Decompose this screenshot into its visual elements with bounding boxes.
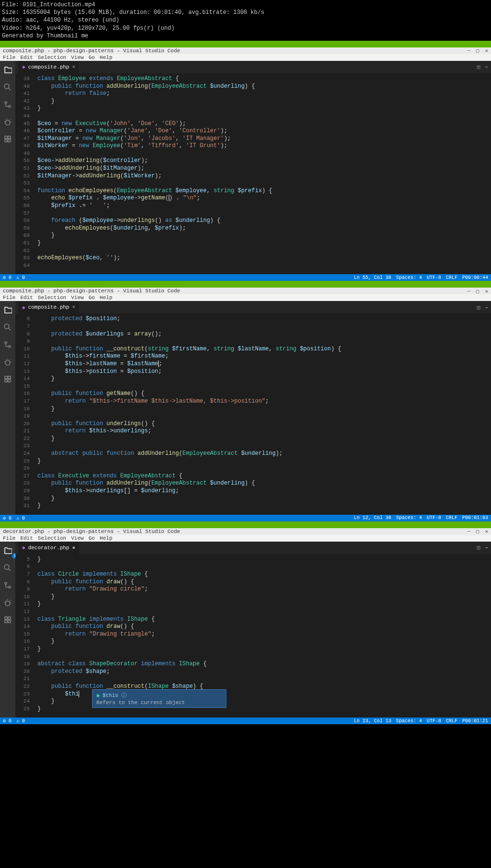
tab-dirty-icon[interactable]: ● — [72, 545, 75, 551]
menu-help[interactable]: Help — [100, 535, 112, 541]
code-content[interactable] — [37, 247, 41, 255]
code-line[interactable]: 61} — [15, 240, 491, 247]
code-content[interactable] — [37, 210, 41, 218]
close-button[interactable]: ✕ — [485, 288, 488, 294]
status-item[interactable]: CRLF — [446, 718, 457, 724]
code-line[interactable]: 21 — [15, 675, 491, 683]
code-line[interactable]: 6 — [15, 563, 491, 571]
code-content[interactable]: return $this->underlings; — [37, 428, 152, 435]
code-content[interactable]: abstract class ShapeDecorator implements… — [37, 660, 207, 668]
split-editor-icon[interactable]: ◫ — [477, 304, 480, 311]
code-line[interactable]: 63echoEmployees($ceo, ''); — [15, 255, 491, 262]
code-content[interactable]: } — [37, 706, 41, 713]
code-content[interactable]: public function addUnderling(EmployeeAbs… — [37, 480, 255, 487]
code-content[interactable]: $itManager->addUnderling($itWorker); — [37, 173, 162, 180]
code-line[interactable]: 62 — [15, 247, 491, 255]
code-content[interactable]: protected $shape; — [37, 668, 110, 676]
code-content[interactable]: } — [37, 502, 41, 510]
minimize-button[interactable]: — — [467, 47, 470, 54]
code-line[interactable]: 22 } — [15, 435, 491, 443]
code-content[interactable]: $thi — [37, 691, 79, 698]
code-content[interactable]: } — [37, 495, 55, 503]
code-line[interactable]: 27class Executive extends EmployeeAbstra… — [15, 473, 491, 480]
code-line[interactable]: 52$itManager->addUnderling($itWorker); — [15, 173, 491, 180]
code-line[interactable]: 43} — [15, 105, 491, 113]
debug-icon[interactable] — [3, 358, 12, 368]
code-content[interactable] — [37, 262, 41, 270]
code-line[interactable]: 11 $this->firstName = $firstName; — [15, 353, 491, 360]
status-item[interactable]: P00:01:03 — [462, 515, 488, 521]
status-item[interactable]: P00:00:44 — [462, 275, 488, 280]
code-content[interactable] — [37, 113, 41, 120]
menu-go[interactable]: Go — [89, 55, 95, 60]
code-content[interactable]: } — [37, 638, 55, 646]
code-content[interactable]: } — [37, 593, 55, 601]
status-item[interactable]: ⚠ 0 — [16, 718, 25, 724]
code-line[interactable]: 24 } — [15, 698, 491, 706]
window-titlebar[interactable]: decorator.php - php-design-patterns - Vi… — [0, 528, 491, 535]
more-icon[interactable]: ⋯ — [485, 304, 488, 311]
code-line[interactable]: 46$controller = new Manager('Jane', 'Doe… — [15, 127, 491, 135]
editor-tab[interactable]: ◆composite.php× — [18, 301, 79, 313]
menu-go[interactable]: Go — [89, 295, 95, 301]
close-button[interactable]: ✕ — [485, 47, 488, 54]
maximize-button[interactable]: ▢ — [476, 47, 479, 54]
code-content[interactable]: public function addUnderling(EmployeeAbs… — [37, 83, 255, 91]
code-content[interactable]: public function draw() { — [37, 579, 134, 586]
status-item[interactable]: UTF-8 — [427, 718, 441, 724]
code-line[interactable]: 54function echoEmployees(EmployeeAbstrac… — [15, 187, 491, 195]
editor-tab[interactable]: ◆composite.php× — [18, 61, 79, 73]
code-line[interactable]: 44 — [15, 113, 491, 120]
code-content[interactable]: } — [37, 458, 41, 465]
code-line[interactable]: 25} — [15, 706, 491, 713]
debug-icon[interactable] — [3, 117, 12, 128]
code-content[interactable] — [37, 465, 41, 473]
code-line[interactable]: 19 — [15, 413, 491, 420]
code-line[interactable]: 49 — [15, 150, 491, 158]
code-content[interactable] — [37, 323, 41, 331]
code-content[interactable]: echoEmployees($underling, $prefix); — [37, 225, 186, 232]
code-content[interactable] — [37, 608, 41, 616]
code-content[interactable]: echoEmployees($ceo, ''); — [37, 255, 120, 262]
tab-close-icon[interactable]: × — [72, 64, 75, 70]
code-line[interactable]: 7class Circle implements IShape { — [15, 571, 491, 579]
code-content[interactable]: } — [37, 646, 41, 653]
menu-selection[interactable]: Selection — [38, 535, 66, 541]
menu-file[interactable]: File — [3, 55, 15, 60]
status-item[interactable]: UTF-8 — [427, 275, 441, 280]
search-icon[interactable] — [3, 83, 12, 93]
code-line[interactable]: 14 public function draw() { — [15, 623, 491, 631]
code-line[interactable]: 21 return $this->underlings; — [15, 428, 491, 435]
code-line[interactable]: 26 — [15, 465, 491, 473]
code-line[interactable]: 9 return "Drawing circle"; — [15, 586, 491, 593]
code-content[interactable] — [37, 653, 41, 661]
code-content[interactable] — [37, 675, 41, 683]
code-line[interactable]: 47$itManager = new Manager('Jon', 'Jacob… — [15, 135, 491, 143]
code-line[interactable]: 59 echoEmployees($underling, $prefix); — [15, 225, 491, 232]
search-icon[interactable] — [3, 564, 12, 574]
code-line[interactable]: 22 public function __construct(IShape $s… — [15, 683, 491, 691]
code-content[interactable]: class Triangle implements IShape { — [37, 616, 155, 624]
status-item[interactable]: ⚠ 0 — [16, 275, 25, 280]
code-content[interactable]: $this->underlings[] = $underling; — [37, 487, 179, 495]
search-icon[interactable] — [3, 323, 12, 334]
code-content[interactable]: } — [37, 105, 41, 113]
code-content[interactable] — [37, 150, 41, 158]
code-content[interactable]: $ceo->addUnderling($itManager); — [37, 165, 144, 173]
code-content[interactable]: class Executive extends EmployeeAbstract… — [37, 473, 182, 480]
menu-help[interactable]: Help — [100, 55, 112, 60]
split-editor-icon[interactable]: ◫ — [477, 64, 480, 70]
menu-view[interactable]: View — [71, 55, 83, 60]
status-item[interactable]: Ln 23, Col 13 — [354, 718, 391, 724]
code-line[interactable]: 31} — [15, 502, 491, 510]
intellisense-popup[interactable]: ◉$thisⓘRefers to the current object — [92, 689, 226, 708]
status-item[interactable]: ⊘ 0 — [3, 515, 12, 521]
code-line[interactable]: 8 protected $underlings = array(); — [15, 331, 491, 338]
code-line[interactable]: 16 } — [15, 638, 491, 646]
code-content[interactable]: $ceo->addUnderling($controller); — [37, 157, 148, 165]
status-item[interactable]: Spaces: 4 — [396, 515, 422, 521]
code-line[interactable]: 16 public function getName() { — [15, 390, 491, 398]
code-content[interactable]: class Employee extends EmployeeAbstract … — [37, 75, 179, 83]
code-line[interactable]: 42 } — [15, 98, 491, 105]
code-area[interactable]: 39class Employee extends EmployeeAbstrac… — [15, 73, 491, 274]
